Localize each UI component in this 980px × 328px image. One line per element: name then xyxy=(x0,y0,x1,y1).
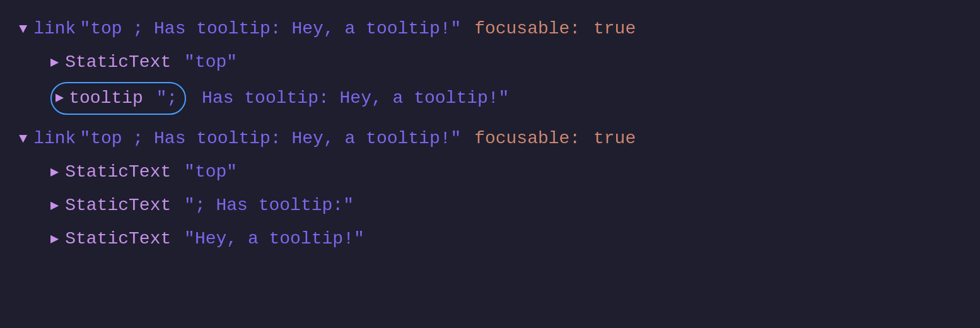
collapse-icon-1[interactable]: ▼ xyxy=(19,18,27,40)
expand-icon-6[interactable]: ▶ xyxy=(50,195,59,217)
node-type-statictext-2: StaticText xyxy=(65,158,171,187)
property-value-2: true xyxy=(593,125,636,153)
expand-icon-3[interactable]: ▶ xyxy=(55,87,64,109)
node-label-6: "; Has tooltip:" xyxy=(184,192,354,220)
tree-row-2[interactable]: ▶ StaticText "top" xyxy=(19,46,961,79)
node-label-5: "top" xyxy=(184,158,237,187)
collapse-icon-2[interactable]: ▼ xyxy=(19,128,27,150)
node-type-tooltip: tooltip xyxy=(69,85,143,113)
property-value-1: true xyxy=(593,15,636,44)
node-label-3b: Has tooltip: Hey, a tooltip!" xyxy=(202,85,509,113)
tree-row-3[interactable]: ▶ tooltip "; Has tooltip: Hey, a tooltip… xyxy=(19,79,961,118)
expand-icon-5[interactable]: ▶ xyxy=(50,161,59,184)
node-label-2: "top" xyxy=(184,49,237,77)
node-label-4: "top ; Has tooltip: Hey, a tooltip!" xyxy=(79,125,461,153)
expand-icon-2[interactable]: ▶ xyxy=(50,52,59,74)
node-type-statictext-1: StaticText xyxy=(65,49,171,77)
tree-row-4[interactable]: ▼ link "top ; Has tooltip: Hey, a toolti… xyxy=(19,122,961,156)
node-type-link-1: link xyxy=(33,15,76,44)
node-label-7: "Hey, a tooltip!" xyxy=(184,225,365,254)
tree-row-6[interactable]: ▶ StaticText "; Has tooltip:" xyxy=(19,189,961,223)
node-label-1: "top ; Has tooltip: Hey, a tooltip!" xyxy=(79,15,461,44)
node-type-statictext-3: StaticText xyxy=(65,192,171,220)
node-type-statictext-4: StaticText xyxy=(65,225,171,254)
tree-row-7[interactable]: ▶ StaticText "Hey, a tooltip!" xyxy=(19,223,961,256)
property-focusable-2: focusable: xyxy=(474,125,580,153)
node-label-3a: "; xyxy=(156,85,178,113)
tooltip-circled: ▶ tooltip "; xyxy=(50,82,186,115)
expand-icon-7[interactable]: ▶ xyxy=(50,228,59,250)
tree-row-1[interactable]: ▼ link "top ; Has tooltip: Hey, a toolti… xyxy=(19,13,961,46)
node-type-link-2: link xyxy=(33,125,76,153)
tree-row-5[interactable]: ▶ StaticText "top" xyxy=(19,156,961,189)
property-focusable-1: focusable: xyxy=(474,15,580,44)
accessibility-tree: ▼ link "top ; Has tooltip: Hey, a toolti… xyxy=(19,13,961,256)
